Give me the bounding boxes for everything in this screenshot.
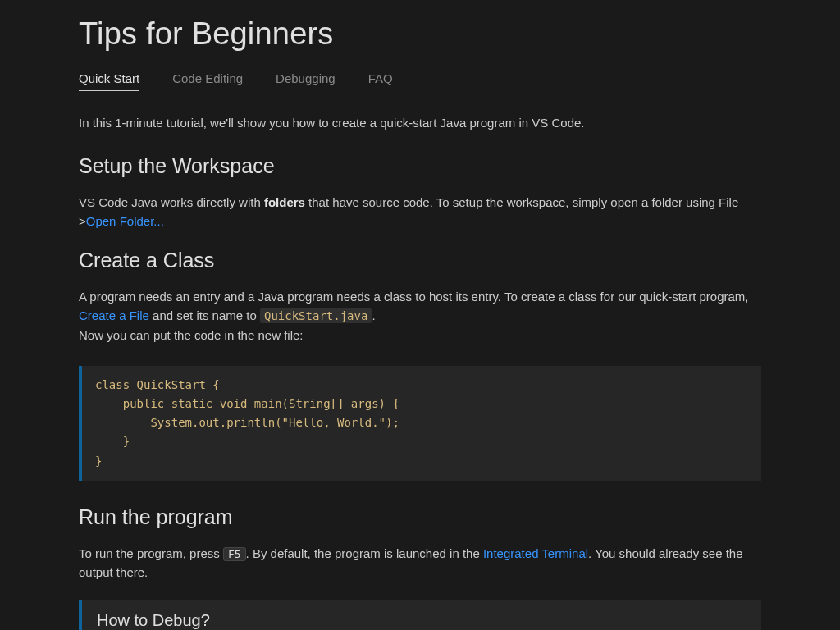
heading-setup-workspace: Setup the Workspace (79, 154, 761, 178)
run-paragraph: To run the program, press F5. By default… (79, 544, 761, 582)
tab-faq[interactable]: FAQ (368, 71, 393, 91)
text: . (372, 308, 375, 322)
tab-code-editing[interactable]: Code Editing (172, 71, 243, 91)
callout-how-to-debug: How to Debug? When you press F5, you are… (79, 600, 761, 630)
tab-debugging[interactable]: Debugging (276, 71, 336, 91)
page-title: Tips for Beginners (79, 16, 761, 52)
text: VS Code Java works directly with (79, 195, 264, 209)
tab-bar: Quick Start Code Editing Debugging FAQ (79, 71, 761, 91)
tab-quick-start[interactable]: Quick Start (79, 71, 139, 91)
text: . By default, the program is launched in… (246, 546, 483, 560)
heading-run-program: Run the program (79, 505, 761, 529)
page-root: Tips for Beginners Quick Start Code Edit… (0, 0, 840, 630)
kbd-f5: F5 (223, 547, 246, 561)
callout-heading: How to Debug? (97, 611, 746, 630)
create-paragraph: A program needs an entry and a Java prog… (79, 287, 761, 345)
link-create-file[interactable]: Create a File (79, 308, 149, 322)
setup-paragraph: VS Code Java works directly with folders… (79, 193, 761, 231)
code-filename: QuickStart.java (260, 308, 372, 323)
link-integrated-terminal[interactable]: Integrated Terminal (483, 546, 588, 560)
link-open-folder[interactable]: Open Folder... (86, 214, 164, 228)
text: Now you can put the code in the new file… (79, 328, 304, 342)
text: To run the program, press (79, 546, 223, 560)
intro-text: In this 1-minute tutorial, we'll show yo… (79, 114, 761, 133)
code-block-quickstart: class QuickStart { public static void ma… (79, 366, 761, 480)
text: A program needs an entry and a Java prog… (79, 290, 749, 304)
text: and set its name to (149, 308, 260, 322)
heading-create-class: Create a Class (79, 249, 761, 272)
bold-folders: folders (264, 195, 305, 209)
